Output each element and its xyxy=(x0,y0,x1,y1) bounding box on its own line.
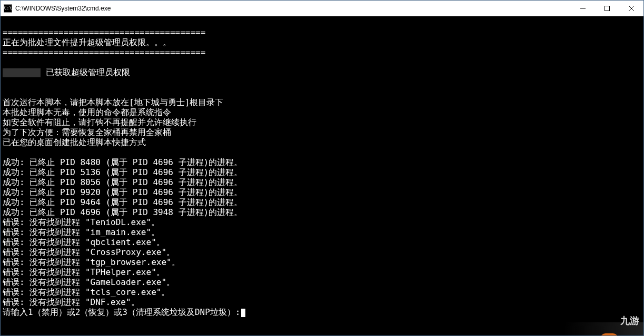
console-line xyxy=(3,147,641,157)
console-line: 正在为批处理文件提升超级管理员权限。。。 xyxy=(3,37,641,47)
redacted-block xyxy=(3,68,41,77)
console-line: 错误: 没有找到进程 "tcls_core.exe"。 xyxy=(3,287,641,297)
console-line: 错误: 没有找到进程 "TenioDL.exe"。 xyxy=(3,217,641,227)
console-line: 错误: 没有找到进程 "TPHelper.exe"。 xyxy=(3,267,641,277)
close-button[interactable] xyxy=(619,1,643,16)
console-line: 本批处理脚本无毒，使用的命令都是系统指令 xyxy=(3,107,641,117)
console-line: 如安全软件有阻止，请打钩不再提醒并允许继续执行 xyxy=(3,117,641,127)
maximize-icon xyxy=(605,6,610,11)
minimize-icon xyxy=(580,6,586,11)
console-line: 已获取超级管理员权限 xyxy=(3,67,641,77)
console-line: ======================================== xyxy=(3,27,641,37)
console-line: 成功: 已终止 PID 4696 (属于 PID 3948 子进程)的进程。 xyxy=(3,207,641,217)
cmd-window: C:\ C:\WINDOWS\System32\cmd.exe ========… xyxy=(0,0,644,336)
console-line xyxy=(3,77,641,87)
watermark-icon xyxy=(600,313,618,328)
console-line: 首次运行本脚本，请把本脚本放在[地下城与勇士]根目录下 xyxy=(3,97,641,107)
cursor xyxy=(241,309,245,317)
console-line: 成功: 已终止 PID 8480 (属于 PID 4696 子进程)的进程。 xyxy=(3,157,641,167)
console-line: 错误: 没有找到进程 "qbclient.exe"。 xyxy=(3,237,641,247)
console-line xyxy=(3,87,641,97)
console-line: 成功: 已终止 PID 8056 (属于 PID 4696 子进程)的进程。 xyxy=(3,177,641,187)
svg-rect-1 xyxy=(605,6,610,11)
console-line: 错误: 没有找到进程 "tgp_browser.exe"。 xyxy=(3,257,641,267)
titlebar[interactable]: C:\ C:\WINDOWS\System32\cmd.exe xyxy=(1,1,643,16)
watermark: 九游 xyxy=(600,313,639,328)
prompt-text: 请输入1（禁用）或2（恢复）或3（清理系统垃圾及DNP垃圾）: xyxy=(3,307,240,317)
maximize-button[interactable] xyxy=(595,1,619,16)
console-line xyxy=(3,17,641,27)
console-line: 成功: 已终止 PID 9920 (属于 PID 4696 子进程)的进程。 xyxy=(3,187,641,197)
window-title: C:\WINDOWS\System32\cmd.exe xyxy=(15,5,571,12)
console-line: ======================================== xyxy=(3,47,641,57)
close-icon xyxy=(629,6,634,11)
console-prompt-line: 请输入1（禁用）或2（恢复）或3（清理系统垃圾及DNP垃圾）: xyxy=(3,307,641,317)
console-line: 错误: 没有找到进程 "CrossProxy.exe"。 xyxy=(3,247,641,257)
minimize-button[interactable] xyxy=(571,1,595,16)
console-line: 成功: 已终止 PID 9464 (属于 PID 4696 子进程)的进程。 xyxy=(3,197,641,207)
console-area[interactable]: ========================================… xyxy=(1,16,643,335)
console-line: 为了下次方便：需要恢复全家桶再禁用全家桶 xyxy=(3,127,641,137)
console-line: 错误: 没有找到进程 "DNF.exe"。 xyxy=(3,297,641,307)
console-line xyxy=(3,57,641,67)
console-line: 错误: 没有找到进程 "im_main.exe"。 xyxy=(3,227,641,237)
admin-status: 已获取超级管理员权限 xyxy=(46,67,130,77)
cmd-icon: C:\ xyxy=(4,4,12,13)
window-controls xyxy=(571,1,643,16)
console-line: 错误: 没有找到进程 "GameLoader.exe"。 xyxy=(3,277,641,287)
console-line: 成功: 已终止 PID 5136 (属于 PID 4696 子进程)的进程。 xyxy=(3,167,641,177)
console-line: 已在您的桌面创建批处理脚本快捷方式 xyxy=(3,137,641,147)
